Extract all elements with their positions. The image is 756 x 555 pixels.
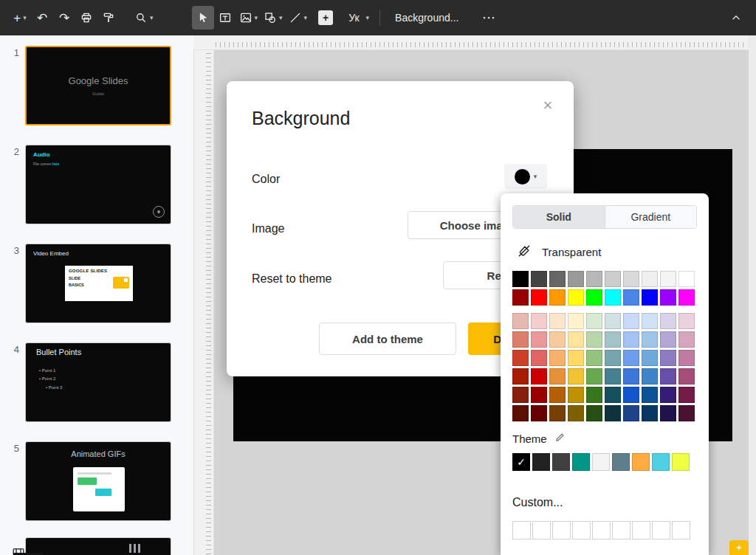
color-swatch[interactable] <box>605 387 621 403</box>
custom-color-button[interactable]: Custom... <box>512 496 697 509</box>
color-swatch[interactable] <box>678 368 695 385</box>
slide-thumbnail-2[interactable]: 2 Audio File comes here <box>0 145 193 224</box>
tab-solid[interactable]: Solid <box>513 206 605 228</box>
print-button[interactable] <box>75 6 97 30</box>
color-swatch[interactable] <box>678 271 695 287</box>
color-swatch[interactable] <box>512 387 529 403</box>
color-swatch[interactable] <box>531 313 547 329</box>
color-swatch[interactable] <box>512 331 529 348</box>
color-swatch[interactable] <box>623 405 639 421</box>
slide-thumb-canvas[interactable]: Google Slides Guide <box>25 46 171 125</box>
color-swatch[interactable] <box>660 405 676 421</box>
color-swatch[interactable] <box>512 313 529 329</box>
color-swatch[interactable] <box>531 289 547 306</box>
color-swatch[interactable] <box>605 271 621 287</box>
color-swatch[interactable] <box>512 271 529 287</box>
new-slide-button[interactable]: + ▾ <box>9 6 31 30</box>
zoom-button[interactable]: ▾ <box>131 6 157 30</box>
color-swatch[interactable] <box>660 331 676 348</box>
color-swatch[interactable] <box>549 331 566 348</box>
color-swatch[interactable] <box>531 350 547 366</box>
color-swatch[interactable] <box>568 289 584 306</box>
color-swatch[interactable] <box>531 331 547 348</box>
color-swatch[interactable] <box>586 387 602 403</box>
color-swatch[interactable] <box>678 405 695 421</box>
right-scrollbar-track[interactable] <box>749 35 756 555</box>
edit-theme-pencil-icon[interactable] <box>554 432 566 445</box>
color-swatch[interactable] <box>568 350 584 366</box>
select-tool-button[interactable] <box>192 6 214 30</box>
insert-line-button[interactable]: ▾ <box>286 6 311 30</box>
color-swatch[interactable] <box>605 289 621 306</box>
color-swatch-dropdown[interactable]: ▾ <box>504 164 547 189</box>
text-box-button[interactable] <box>214 6 236 30</box>
slide-thumb-canvas[interactable]: Animated GIFs <box>25 441 171 521</box>
color-swatch[interactable] <box>660 387 676 403</box>
paint-format-button[interactable] <box>97 6 120 30</box>
color-swatch[interactable] <box>605 350 621 366</box>
color-swatch[interactable] <box>586 289 602 306</box>
slide-thumbnail-5[interactable]: 5 Animated GIFs <box>0 441 193 521</box>
transparent-option[interactable]: Transparent <box>517 244 697 261</box>
custom-color-slot[interactable] <box>572 521 591 540</box>
color-swatch[interactable] <box>531 387 547 403</box>
theme-color-swatch[interactable] <box>572 453 590 471</box>
color-swatch[interactable] <box>642 405 658 421</box>
theme-color-swatch[interactable] <box>552 453 570 471</box>
color-swatch[interactable] <box>549 387 566 403</box>
color-swatch[interactable] <box>623 271 639 287</box>
color-swatch[interactable] <box>549 271 566 287</box>
slide-thumb-canvas[interactable]: Bullet Points Point 1 Point 2 Point 3 <box>25 342 171 422</box>
more-options-button[interactable]: ⋯ <box>478 6 500 30</box>
color-swatch[interactable] <box>678 350 695 366</box>
color-swatch[interactable] <box>586 350 602 366</box>
custom-color-slot[interactable] <box>592 521 611 540</box>
slide-thumbnail-3[interactable]: 3 Video Embed GOOGLE SLIDES SLIDE BASICS <box>0 244 193 323</box>
color-swatch[interactable] <box>678 331 695 348</box>
color-swatch[interactable] <box>678 313 695 329</box>
slide-thumb-canvas[interactable]: Audio File comes here <box>25 145 171 224</box>
color-swatch[interactable] <box>642 289 658 306</box>
color-swatch[interactable] <box>605 313 621 329</box>
slide-thumbnail-1[interactable]: 1 Google Slides Guide <box>0 46 193 125</box>
color-swatch[interactable] <box>586 405 602 421</box>
color-swatch[interactable] <box>605 331 621 348</box>
color-swatch[interactable] <box>568 313 584 329</box>
add-to-theme-button[interactable]: Add to theme <box>319 323 456 355</box>
color-swatch[interactable] <box>660 368 676 385</box>
color-swatch[interactable] <box>568 405 584 421</box>
custom-color-slot[interactable] <box>552 521 571 540</box>
color-swatch[interactable] <box>678 289 695 306</box>
theme-color-swatch[interactable] <box>612 453 630 471</box>
color-swatch[interactable] <box>512 405 529 421</box>
color-swatch[interactable] <box>623 350 639 366</box>
color-swatch[interactable] <box>642 368 658 385</box>
color-swatch[interactable] <box>549 289 566 306</box>
theme-color-swatch[interactable] <box>632 453 650 471</box>
color-swatch[interactable] <box>549 350 566 366</box>
close-icon[interactable]: × <box>538 97 557 117</box>
custom-color-slot[interactable] <box>612 521 630 540</box>
color-swatch[interactable] <box>549 313 566 329</box>
color-swatch[interactable] <box>512 350 529 366</box>
color-swatch[interactable] <box>605 368 621 385</box>
color-swatch[interactable] <box>605 405 621 421</box>
custom-color-slot[interactable] <box>652 521 670 540</box>
collapse-toolbar-button[interactable] <box>725 6 747 30</box>
theme-color-swatch[interactable] <box>672 453 690 471</box>
background-button[interactable]: Background... <box>388 6 466 30</box>
color-swatch[interactable] <box>512 289 529 306</box>
theme-color-swatch[interactable]: ✓ <box>512 453 530 471</box>
slide-thumbnail-4[interactable]: 4 Bullet Points Point 1 Point 2 Point 3 <box>0 342 193 422</box>
insert-image-button[interactable]: ▾ <box>236 6 261 30</box>
color-swatch[interactable] <box>642 387 658 403</box>
color-swatch[interactable] <box>586 331 602 348</box>
tab-gradient[interactable]: Gradient <box>605 206 697 228</box>
custom-color-slot[interactable] <box>532 521 551 540</box>
color-swatch[interactable] <box>586 313 602 329</box>
color-swatch[interactable] <box>531 405 547 421</box>
slide-thumb-canvas[interactable]: Video Embed GOOGLE SLIDES SLIDE BASICS <box>25 244 171 323</box>
color-swatch[interactable] <box>586 368 602 385</box>
theme-color-swatch[interactable] <box>652 453 670 471</box>
color-swatch[interactable] <box>660 271 676 287</box>
